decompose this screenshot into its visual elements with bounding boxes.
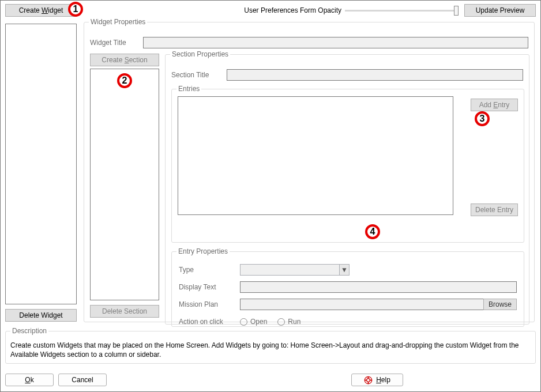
widget-properties-legend: Widget Properties [89, 18, 147, 26]
update-preview-button[interactable]: Update Preview [464, 4, 536, 17]
section-properties-group: Section Properties Section Title Entries… [165, 50, 529, 325]
description-group: Description Create custom Widgets that m… [5, 327, 536, 364]
open-radio-label: Open [250, 318, 267, 326]
widget-title-input[interactable] [143, 37, 528, 48]
radio-icon [240, 318, 247, 326]
entries-legend: Entries [176, 85, 201, 93]
create-section-button[interactable]: Create Section [90, 54, 159, 66]
add-entry-button[interactable]: Add Entry [471, 99, 518, 111]
life-ring-icon [364, 376, 373, 385]
section-list[interactable] [90, 69, 159, 300]
open-radio[interactable]: Open [240, 318, 267, 326]
annotation-marker-1: 1 [68, 2, 83, 17]
cancel-button[interactable]: Cancel [58, 374, 107, 386]
section-title-label: Section Title [171, 71, 227, 79]
run-radio[interactable]: Run [277, 318, 300, 326]
display-text-label: Display Text [179, 283, 240, 291]
description-legend: Description [10, 327, 48, 335]
widget-properties-group: Widget Properties Widget Title Create Se… [84, 18, 535, 322]
entries-group: Entries Add Entry Delete Entry [171, 85, 524, 243]
widget-list[interactable] [5, 24, 77, 304]
browse-button[interactable]: Browse [483, 299, 517, 310]
action-on-click-label: Action on click [179, 318, 240, 326]
entries-list[interactable] [178, 96, 453, 215]
svg-rect-2 [368, 376, 369, 378]
ok-button[interactable]: Ok [5, 374, 54, 386]
entry-properties-legend: Entry Properties [176, 247, 230, 255]
delete-section-button[interactable]: Delete Section [90, 305, 159, 318]
entry-properties-group: Entry Properties Type ▼ Display Text Mis… [171, 247, 524, 327]
opacity-slider-thumb[interactable] [454, 6, 459, 16]
mission-plan-input[interactable] [240, 299, 484, 310]
svg-point-1 [367, 378, 370, 382]
type-label: Type [179, 266, 240, 274]
delete-widget-button[interactable]: Delete Widget [5, 309, 77, 322]
annotation-marker-3: 3 [475, 111, 490, 126]
svg-rect-3 [368, 382, 369, 383]
annotation-marker-2: 2 [117, 73, 132, 88]
section-properties-legend: Section Properties [170, 50, 230, 58]
section-title-input[interactable] [227, 69, 523, 81]
help-button[interactable]: Help [351, 374, 403, 386]
annotation-marker-4: 4 [365, 224, 380, 239]
svg-rect-4 [365, 379, 366, 380]
radio-icon [277, 318, 285, 326]
run-radio-label: Run [288, 318, 300, 326]
description-text: Create custom Widgets that may be placed… [10, 341, 531, 359]
mission-plan-label: Mission Plan [179, 300, 240, 308]
type-combo[interactable]: ▼ [240, 264, 350, 276]
delete-entry-button[interactable]: Delete Entry [471, 203, 518, 216]
type-combo-input[interactable] [240, 264, 339, 276]
opacity-slider[interactable] [345, 10, 457, 12]
svg-rect-5 [370, 379, 372, 380]
chevron-down-icon: ▼ [341, 266, 348, 274]
widget-title-label: Widget Title [90, 39, 143, 47]
opacity-label: User Preferences Form Opacity [244, 6, 341, 14]
create-widget-button[interactable]: Create Widget [5, 4, 77, 17]
type-combo-dropdown-button[interactable]: ▼ [339, 264, 350, 276]
display-text-input[interactable] [240, 281, 517, 293]
